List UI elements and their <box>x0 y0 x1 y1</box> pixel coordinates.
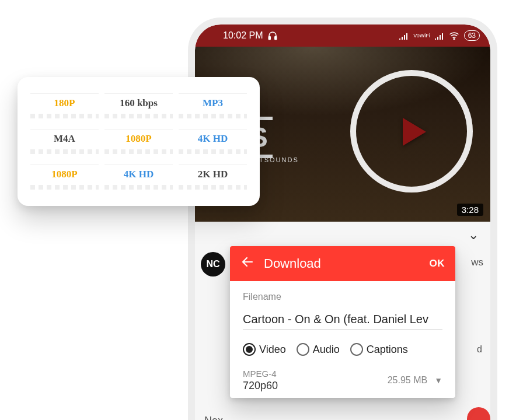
format-option[interactable]: 160 kbps <box>104 93 173 115</box>
chevron-down-icon[interactable]: ▼ <box>434 376 442 385</box>
wifi-icon <box>449 32 459 40</box>
format-option[interactable]: MP3 <box>179 93 247 115</box>
format-option[interactable]: 4K HD <box>104 164 173 186</box>
video-brand-sub: TSOUNDS <box>259 156 299 163</box>
filename-input[interactable]: Cartoon - On & On (feat. Daniel Lev <box>243 313 442 330</box>
radio-audio[interactable]: Audio <box>297 343 340 356</box>
format-size: 25.95 MB <box>388 375 427 386</box>
status-bar: 10:02 PM VoWiFi 63 <box>195 24 490 47</box>
up-next-label-fragment: Nex <box>204 415 223 420</box>
play-icon[interactable] <box>403 118 426 146</box>
radio-audio-label: Audio <box>313 344 340 356</box>
format-option[interactable]: 1080P <box>30 164 99 186</box>
format-type-radio-group: Video Audio Captions <box>243 343 442 356</box>
format-option[interactable]: 4K HD <box>179 129 247 150</box>
floating-action-button[interactable] <box>467 407 490 420</box>
dialog-header: Download OK <box>230 246 455 281</box>
signal-icon <box>399 32 409 40</box>
battery-indicator: 63 <box>464 30 480 41</box>
dialog-title: Download <box>264 256 420 271</box>
text-fragment-d: d <box>477 344 482 355</box>
views-text-fragment: ws <box>471 257 483 268</box>
signal-icon-2 <box>435 32 444 40</box>
video-duration-badge: 3:28 <box>457 204 483 216</box>
svg-rect-1 <box>275 37 277 40</box>
download-dialog: Download OK Filename Cartoon - On & On (… <box>230 246 455 398</box>
channel-avatar[interactable]: NC <box>201 252 225 276</box>
format-container: MPEG-4 <box>243 369 381 379</box>
svg-point-2 <box>454 38 455 40</box>
radio-video[interactable]: Video <box>243 343 286 356</box>
format-quality: 720p60 <box>243 380 381 392</box>
format-option[interactable]: 2K HD <box>179 164 247 186</box>
radio-captions[interactable]: Captions <box>350 343 408 356</box>
vowifi-icon: VoWiFi <box>413 33 430 38</box>
chevron-down-icon[interactable]: ⌄ <box>468 228 479 243</box>
formats-overview-card: 180P160 kbpsMP3M4A1080P4K HD1080P4K HD2K… <box>18 77 260 206</box>
radio-video-label: Video <box>259 344 286 356</box>
status-time: 10:02 PM <box>223 30 263 41</box>
ok-button[interactable]: OK <box>430 258 445 270</box>
radio-captions-label: Captions <box>367 344 408 356</box>
format-option[interactable]: 180P <box>30 93 99 115</box>
format-option[interactable]: 1080P <box>104 129 173 150</box>
svg-rect-0 <box>269 37 271 40</box>
headphones-icon <box>267 30 278 41</box>
back-arrow-icon[interactable] <box>240 255 254 272</box>
filename-label: Filename <box>243 292 442 302</box>
format-option[interactable]: M4A <box>30 129 99 150</box>
format-selector[interactable]: MPEG-4 720p60 25.95 MB ▼ <box>243 369 442 392</box>
